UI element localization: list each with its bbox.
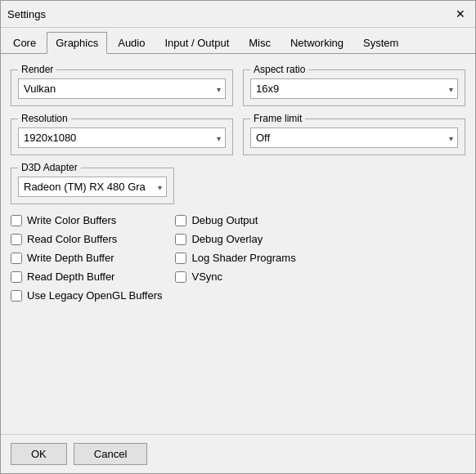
d3d-adapter-select-wrapper: Radeon (TM) RX 480 Gra ▾: [18, 177, 167, 197]
checkbox-read-depth-label: Read Depth Buffer: [27, 271, 115, 283]
content-area: Render Vulkan OpenGL DirectX 12 ▾ Aspect…: [1, 54, 475, 434]
ok-button[interactable]: OK: [11, 443, 67, 465]
aspect-ratio-legend: Aspect ratio: [250, 64, 308, 75]
checkbox-read-depth-buffer[interactable]: Read Depth Buffer: [11, 271, 162, 283]
checkbox-read-color-buffers[interactable]: Read Color Buffers: [11, 233, 162, 245]
render-select[interactable]: Vulkan OpenGL DirectX 12: [18, 78, 226, 99]
render-fieldset: Render Vulkan OpenGL DirectX 12 ▾: [11, 64, 233, 106]
checkbox-vsync-label: VSync: [191, 271, 222, 283]
checkbox-log-shader-label: Log Shader Programs: [191, 252, 295, 264]
tab-graphics[interactable]: Graphics: [47, 32, 107, 54]
settings-window: Settings ✕ Core Graphics Audio Input / O…: [0, 0, 476, 474]
row-resolution-framelimit: Resolution 1920x1080 1280x720 2560x1440 …: [11, 113, 465, 155]
resolution-legend: Resolution: [18, 113, 71, 124]
checkbox-log-shader-input[interactable]: [175, 253, 186, 264]
render-legend: Render: [18, 64, 56, 75]
frame-limit-fieldset: Frame limit Off 30 60 120 ▾: [243, 113, 465, 155]
checkbox-vsync-input[interactable]: [175, 271, 186, 283]
resolution-select[interactable]: 1920x1080 1280x720 2560x1440 3840x2160: [18, 127, 226, 148]
frame-limit-legend: Frame limit: [250, 113, 305, 124]
checkbox-write-color-input[interactable]: [11, 215, 22, 226]
checkbox-debug-output-input[interactable]: [175, 215, 186, 226]
checkbox-debug-overlay[interactable]: Debug Overlay: [175, 233, 295, 245]
checkbox-debug-overlay-input[interactable]: [175, 234, 186, 245]
checkboxes-section: Write Color Buffers Read Color Buffers W…: [11, 214, 465, 424]
frame-limit-select-wrapper: Off 30 60 120 ▾: [250, 127, 458, 148]
tab-misc[interactable]: Misc: [240, 32, 280, 54]
frame-limit-select[interactable]: Off 30 60 120: [250, 127, 458, 148]
title-bar: Settings ✕: [1, 1, 475, 28]
checkbox-legacy-opengl-label: Use Legacy OpenGL Buffers: [27, 289, 162, 302]
checkbox-write-color-buffers[interactable]: Write Color Buffers: [11, 214, 162, 226]
checkbox-write-depth-buffer[interactable]: Write Depth Buffer: [11, 252, 162, 264]
row-d3d: D3D Adapter Radeon (TM) RX 480 Gra ▾: [11, 162, 465, 204]
checkbox-vsync[interactable]: VSync: [175, 271, 295, 283]
tab-input-output[interactable]: Input / Output: [155, 32, 238, 54]
close-button[interactable]: ✕: [452, 6, 469, 22]
tab-networking[interactable]: Networking: [281, 32, 353, 54]
checkbox-write-color-label: Write Color Buffers: [27, 214, 116, 226]
d3d-adapter-fieldset: D3D Adapter Radeon (TM) RX 480 Gra ▾: [11, 162, 174, 204]
d3d-adapter-legend: D3D Adapter: [18, 162, 81, 173]
checkbox-read-depth-input[interactable]: [11, 271, 22, 283]
resolution-fieldset: Resolution 1920x1080 1280x720 2560x1440 …: [11, 113, 233, 155]
checkbox-debug-overlay-label: Debug Overlay: [191, 233, 263, 245]
cancel-button[interactable]: Cancel: [74, 443, 147, 465]
footer: OK Cancel: [1, 434, 475, 473]
d3d-adapter-select[interactable]: Radeon (TM) RX 480 Gra: [18, 177, 167, 197]
render-select-wrapper: Vulkan OpenGL DirectX 12 ▾: [18, 78, 226, 99]
checkbox-debug-output[interactable]: Debug Output: [175, 214, 295, 226]
checkbox-read-color-label: Read Color Buffers: [27, 233, 117, 245]
aspect-ratio-select[interactable]: 16x9 4x3 Auto: [250, 78, 458, 99]
checkboxes-right-col: Debug Output Debug Overlay Log Shader Pr…: [175, 214, 295, 424]
checkbox-legacy-opengl[interactable]: Use Legacy OpenGL Buffers: [11, 289, 162, 302]
checkbox-debug-output-label: Debug Output: [191, 214, 258, 226]
tab-system[interactable]: System: [354, 32, 407, 54]
checkbox-write-depth-label: Write Depth Buffer: [27, 252, 114, 264]
checkbox-read-color-input[interactable]: [11, 234, 22, 245]
tab-bar: Core Graphics Audio Input / Output Misc …: [1, 28, 475, 54]
tab-audio[interactable]: Audio: [109, 32, 154, 54]
aspect-ratio-fieldset: Aspect ratio 16x9 4x3 Auto ▾: [243, 64, 465, 106]
tab-core[interactable]: Core: [4, 32, 45, 54]
checkbox-write-depth-input[interactable]: [11, 253, 22, 264]
row-render-aspect: Render Vulkan OpenGL DirectX 12 ▾ Aspect…: [11, 64, 465, 106]
checkboxes-left-col: Write Color Buffers Read Color Buffers W…: [11, 214, 162, 424]
aspect-ratio-select-wrapper: 16x9 4x3 Auto ▾: [250, 78, 458, 99]
checkbox-log-shader-programs[interactable]: Log Shader Programs: [175, 252, 295, 264]
checkbox-legacy-opengl-input[interactable]: [11, 290, 22, 302]
window-title: Settings: [7, 8, 46, 20]
resolution-select-wrapper: 1920x1080 1280x720 2560x1440 3840x2160 ▾: [18, 127, 226, 148]
